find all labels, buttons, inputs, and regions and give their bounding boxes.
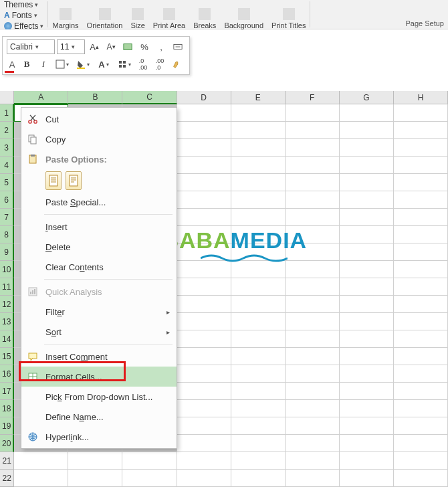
ribbon: Themes ▾ A Fonts ▾ Effects ▾ Margins Ori… (0, 0, 448, 29)
breaks-button[interactable]: Breaks (189, 0, 220, 29)
margins-icon (60, 8, 72, 20)
size-button[interactable]: Size (126, 0, 148, 29)
page-setup-caption[interactable]: Page Setup (402, 0, 449, 29)
background-button[interactable]: Background (220, 0, 267, 29)
print-area-icon (163, 8, 175, 20)
orientation-icon (99, 8, 111, 20)
font-aa-icon: A (4, 11, 10, 20)
ribbon-themes-group: Themes ▾ A Fonts ▾ Effects ▾ (0, 0, 47, 29)
margins-button[interactable]: Margins (48, 0, 82, 29)
size-icon (132, 8, 144, 20)
effects-button[interactable]: Effects ▾ (4, 21, 43, 29)
print-area-button[interactable]: Print Area (149, 0, 189, 29)
background-icon (238, 8, 250, 20)
fonts-button[interactable]: A Fonts ▾ (4, 11, 37, 20)
breaks-icon (199, 8, 211, 20)
print-titles-button[interactable]: Print Titles (267, 0, 310, 29)
effects-icon (4, 22, 12, 29)
orientation-button[interactable]: Orientation (83, 0, 127, 29)
themes-label[interactable]: Themes (4, 0, 33, 9)
print-titles-icon (283, 8, 295, 20)
